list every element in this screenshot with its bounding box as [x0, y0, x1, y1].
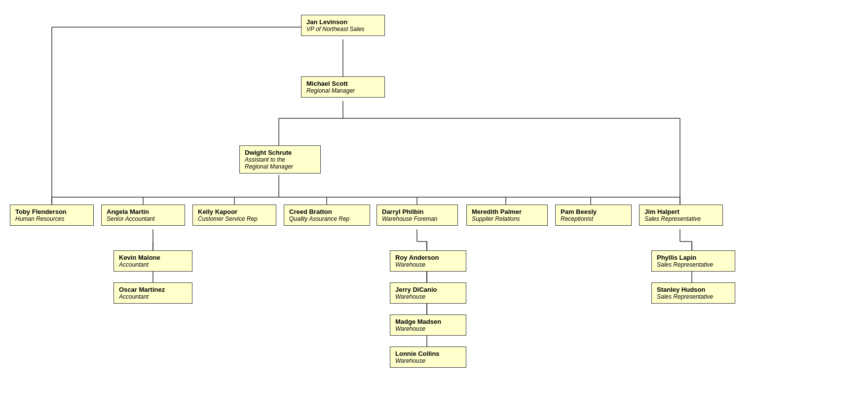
- node-toby: Toby Flenderson Human Resources: [10, 205, 94, 226]
- node-angela: Angela Martin Senior Accountant: [101, 205, 185, 226]
- node-madge-name: Madge Madsen: [395, 318, 461, 325]
- node-toby-name: Toby Flenderson: [15, 208, 88, 215]
- node-lonnie-name: Lonnie Collins: [395, 350, 461, 357]
- node-jim-title: Sales Representative: [644, 215, 717, 222]
- node-pam: Pam Beesly Receptionist: [555, 205, 632, 226]
- node-oscar-title: Accountant: [119, 293, 187, 300]
- node-michael-title: Regional Manager: [306, 87, 379, 94]
- node-creed: Creed Bratton Quality Assurance Rep: [284, 205, 370, 226]
- node-jerry-name: Jerry DiCanio: [395, 286, 461, 293]
- node-kelly: Kelly Kapoor Customer Service Rep: [192, 205, 276, 226]
- node-michael-name: Michael Scott: [306, 80, 379, 87]
- node-toby-title: Human Resources: [15, 215, 88, 222]
- node-oscar: Oscar Martinez Accountant: [113, 282, 192, 304]
- node-darryl-title: Warehouse Foreman: [382, 215, 453, 222]
- node-kevin: Kevin Malone Accountant: [113, 250, 192, 272]
- node-lonnie-title: Warehouse: [395, 357, 461, 364]
- node-stanley-name: Stanley Hudson: [657, 286, 730, 293]
- node-creed-name: Creed Bratton: [289, 208, 365, 215]
- node-pam-name: Pam Beesly: [561, 208, 626, 215]
- node-jan: Jan Levinson VP of Northeast Sales: [301, 15, 385, 36]
- node-dwight: Dwight Schrute Assistant to theRegional …: [239, 145, 321, 173]
- node-kevin-title: Accountant: [119, 261, 187, 268]
- node-phyllis-title: Sales Representative: [657, 261, 730, 268]
- node-stanley-title: Sales Representative: [657, 293, 730, 300]
- node-roy: Roy Anderson Warehouse: [390, 250, 466, 272]
- node-jim-name: Jim Halpert: [644, 208, 717, 215]
- node-kevin-name: Kevin Malone: [119, 254, 187, 261]
- node-jim: Jim Halpert Sales Representative: [639, 205, 723, 226]
- node-darryl: Darryl Philbin Warehouse Foreman: [377, 205, 458, 226]
- node-roy-title: Warehouse: [395, 261, 461, 268]
- node-kelly-title: Customer Service Rep: [198, 215, 271, 222]
- node-dwight-title: Assistant to theRegional Manager: [245, 156, 315, 170]
- node-pam-title: Receptionist: [561, 215, 626, 222]
- node-darryl-name: Darryl Philbin: [382, 208, 453, 215]
- node-madge: Madge Madsen Warehouse: [390, 314, 466, 336]
- node-phyllis-name: Phyllis Lapin: [657, 254, 730, 261]
- node-meredith-name: Meredith Palmer: [472, 208, 542, 215]
- node-jerry-title: Warehouse: [395, 293, 461, 300]
- org-chart: Jan Levinson VP of Northeast Sales Micha…: [0, 0, 868, 416]
- node-lonnie: Lonnie Collins Warehouse: [390, 347, 466, 368]
- node-creed-title: Quality Assurance Rep: [289, 215, 365, 222]
- node-roy-name: Roy Anderson: [395, 254, 461, 261]
- node-meredith-title: Supplier Relations: [472, 215, 542, 222]
- node-phyllis: Phyllis Lapin Sales Representative: [651, 250, 735, 272]
- node-angela-title: Senior Accountant: [107, 215, 180, 222]
- node-kelly-name: Kelly Kapoor: [198, 208, 271, 215]
- node-jan-title: VP of Northeast Sales: [306, 26, 379, 33]
- node-meredith: Meredith Palmer Supplier Relations: [466, 205, 548, 226]
- node-dwight-name: Dwight Schrute: [245, 149, 315, 156]
- node-oscar-name: Oscar Martinez: [119, 286, 187, 293]
- node-madge-title: Warehouse: [395, 325, 461, 332]
- node-jan-name: Jan Levinson: [306, 18, 379, 26]
- node-angela-name: Angela Martin: [107, 208, 180, 215]
- node-stanley: Stanley Hudson Sales Representative: [651, 282, 735, 304]
- node-michael: Michael Scott Regional Manager: [301, 76, 385, 98]
- node-jerry: Jerry DiCanio Warehouse: [390, 282, 466, 304]
